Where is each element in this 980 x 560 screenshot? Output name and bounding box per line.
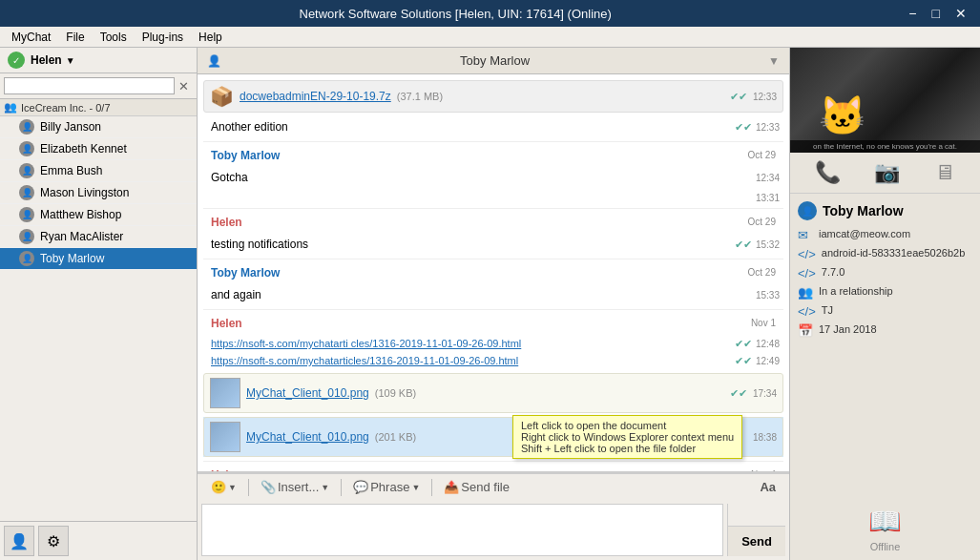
phone-icon[interactable]: 📞 <box>815 160 841 185</box>
message-date: Oct 29 <box>744 265 780 280</box>
file-name-link[interactable]: MyChat_Client_010.png <box>246 386 369 400</box>
message-link[interactable]: https://nsoft-s.com/mychatarticles/1316-… <box>207 354 522 367</box>
sidebar-item-billy[interactable]: 👤 Billy Janson <box>0 116 197 138</box>
message-row: and again 15:33 <box>203 284 783 305</box>
sidebar-item-emma[interactable]: 👤 Emma Bush <box>0 160 197 182</box>
sender-label-row: Toby Marlow Oct 29 <box>203 259 783 280</box>
send-file-button[interactable]: 📤 Send file <box>438 478 515 496</box>
avatar: 👤 <box>19 185 34 200</box>
book-icon: 📖 <box>790 506 980 537</box>
search-clear-icon[interactable]: ✕ <box>175 79 193 93</box>
emoji-icon: 🙂 <box>211 480 226 494</box>
message-time: 12:48 <box>756 339 780 349</box>
sidebar-settings-button[interactable]: ⚙ <box>38 526 69 556</box>
profile-version-row: </> 7.7.0 <box>798 266 972 280</box>
chat-header-icon: 👤 <box>207 54 221 68</box>
file-name-link[interactable]: docwebadminEN-29-10-19.7z <box>240 90 391 103</box>
sidebar-item-ryan[interactable]: 👤 Ryan MacAlister <box>0 226 197 248</box>
helen-name: Helen <box>31 53 62 67</box>
menu-mychat[interactable]: MyChat <box>4 29 58 46</box>
chat-header: 👤 Toby Marlow ▼ <box>198 48 789 74</box>
search-input[interactable] <box>4 77 175 94</box>
profile-date: 17 Jan 2018 <box>819 323 877 335</box>
message-date: Oct 29 <box>744 215 780 229</box>
message-text: Gotcha <box>207 169 252 186</box>
contact-name: Matthew Bishop <box>40 208 121 221</box>
message-link[interactable]: https://nsoft-s.com/mychatarti cles/1316… <box>207 337 525 350</box>
file-name-link[interactable]: MyChat_Client_010.png <box>246 430 369 444</box>
sidebar-item-matthew[interactable]: 👤 Matthew Bishop <box>0 204 197 226</box>
phrase-button[interactable]: 💬 Phrase ▼ <box>347 478 426 496</box>
emoji-arrow: ▼ <box>228 483 237 492</box>
message-time: 18:38 <box>753 432 777 443</box>
right-actions: 📞 📷 🖥 <box>790 153 980 194</box>
chat-messages[interactable]: 📦 docwebadminEN-29-10-19.7z (37.1 MB) ✔✔… <box>198 74 789 472</box>
profile-timezone-row: </> TJ <box>798 304 972 319</box>
right-panel: 🐱 on the Internet, no one knows you're a… <box>789 48 980 560</box>
contact-name: Toby Marlow <box>40 252 104 265</box>
contact-name: Mason Livingston <box>40 186 129 199</box>
chat-header-arrow[interactable]: ▼ <box>768 54 780 68</box>
chat-header-name: Toby Marlow <box>460 53 530 68</box>
video-icon[interactable]: 📷 <box>874 160 900 185</box>
code-icon: </> <box>798 247 816 261</box>
close-button[interactable]: ✕ <box>949 4 972 23</box>
emoji-button[interactable]: 🙂 ▼ <box>205 478 242 496</box>
menu-file[interactable]: File <box>58 29 92 46</box>
font-button[interactable]: Aa <box>754 478 782 496</box>
sender-name: Helen <box>207 213 246 230</box>
cat-image: 🐱 on the Internet, no one knows you're a… <box>790 48 980 153</box>
file-icon: 📦 <box>210 85 234 108</box>
profile-email: iamcat@meow.com <box>819 228 910 239</box>
file-size: (109 KB) <box>375 387 416 399</box>
contact-name: Billy Janson <box>40 120 101 134</box>
menu-tools[interactable]: Tools <box>93 29 135 46</box>
checkmark-icon: ✔✔ <box>730 387 747 400</box>
contact-name: Ryan MacAlister <box>40 230 123 243</box>
email-icon: ✉ <box>798 228 813 242</box>
sender-label-row: Helen Oct 29 <box>203 208 783 230</box>
message-date: Nov 1 <box>747 316 780 330</box>
menu-plugins[interactable]: Plug-ins <box>135 29 191 46</box>
send-section: Send <box>727 504 785 556</box>
sidebar-item-mason[interactable]: 👤 Mason Livingston <box>0 182 197 204</box>
message-time: 15:32 <box>756 239 780 250</box>
sender-label-row: Helen Nov 1 <box>203 309 783 331</box>
checkmark-icon: ✔✔ <box>735 355 752 367</box>
menu-help[interactable]: Help <box>191 29 230 46</box>
maximize-button[interactable]: □ <box>927 4 946 23</box>
message-input[interactable] <box>201 504 723 556</box>
message-row: Another edition ✔✔ 12:33 <box>203 116 783 137</box>
message-row: MyChat_Client_010.png (109 KB) ✔✔ 17:34 <box>203 373 783 413</box>
sidebar-helen-header: ✓ Helen ▼ <box>0 48 197 73</box>
sidebar-item-elizabeth[interactable]: 👤 Elizabeth Kennet <box>0 138 197 160</box>
image-thumbnail <box>210 378 240 408</box>
profile-android-row: </> android-id-583331eae5026b2b <box>798 247 972 261</box>
checkmark-icon: ✔✔ <box>735 338 752 350</box>
insert-button[interactable]: 📎 Insert... ▼ <box>255 478 335 496</box>
contact-group[interactable]: 👥 IceCream Inc. - 0/7 <box>0 99 197 116</box>
profile-info: 👤 Toby Marlow ✉ iamcat@meow.com </> andr… <box>790 194 980 350</box>
checkmark-icon: ✔✔ <box>735 239 752 251</box>
send-button[interactable]: Send <box>728 526 785 556</box>
sender-label-row: Toby Marlow Oct 29 <box>203 141 783 163</box>
sender-name: Helen <box>207 466 246 472</box>
sidebar-item-toby[interactable]: 👤 Toby Marlow <box>0 248 197 270</box>
profile-status-row: 👥 In a relationship <box>798 285 972 300</box>
message-date: Oct 29 <box>744 148 780 162</box>
calendar-icon: 📅 <box>798 323 813 338</box>
message-time: 15:33 <box>756 290 780 301</box>
avatar: 👤 <box>19 163 34 178</box>
avatar: 👤 <box>19 141 34 156</box>
group-label: IceCream Inc. - 0/7 <box>21 102 111 114</box>
checkmark-icon: ✔✔ <box>735 121 752 134</box>
phrase-icon: 💬 <box>353 480 368 494</box>
title-bar-text: Network Software Solutions [Helen, UIN: … <box>8 7 903 21</box>
minimize-button[interactable]: − <box>903 4 922 23</box>
file-size: (201 KB) <box>375 431 416 443</box>
sidebar-add-button[interactable]: 👤 <box>4 526 34 556</box>
monitor-icon[interactable]: 🖥 <box>934 160 955 185</box>
file-size: (37.1 MB) <box>397 91 443 102</box>
sender-label-row: Helen Nov 4 <box>203 461 783 472</box>
chat-input-toolbar: 🙂 ▼ 📎 Insert... ▼ 💬 Phrase ▼ 📤 <box>198 473 789 500</box>
